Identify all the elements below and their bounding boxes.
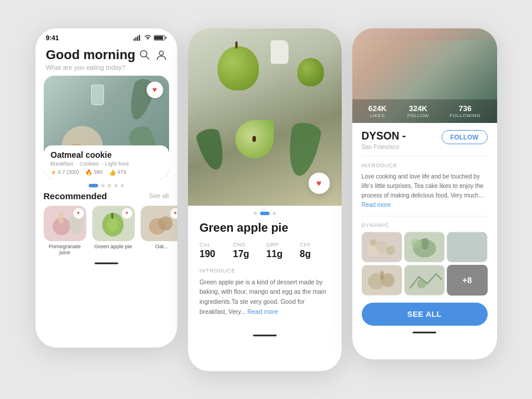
food-tags: Breakfast Cookies Light food xyxy=(51,161,162,167)
svg-rect-3 xyxy=(139,35,140,41)
apple-whole xyxy=(218,46,259,90)
star-icon: ★ xyxy=(51,169,56,176)
intro-label: INTRODUCE xyxy=(362,163,488,168)
dynamic-img-4[interactable] xyxy=(362,265,402,296)
cho-value: 17g xyxy=(233,249,263,259)
rec-heart-1[interactable]: ♥ xyxy=(73,208,84,219)
tag-breakfast: Breakfast xyxy=(51,161,73,167)
stat-follow: 324K FOLLOW xyxy=(407,104,429,118)
featured-card[interactable]: ♥ Oatmeal cookie Breakfast Cookies Light… xyxy=(44,76,169,179)
rec-heart-2[interactable]: ♥ xyxy=(122,208,132,219)
dot-5[interactable] xyxy=(121,184,124,187)
svg-rect-12 xyxy=(59,212,63,223)
profile-hero: 624K LIKES 324K FOLLOW 736 FOLLOWING xyxy=(352,28,497,123)
search-icon[interactable] xyxy=(140,50,150,60)
cal-value: 190 xyxy=(200,249,230,259)
greeting: Good morning xyxy=(46,47,136,63)
svg-point-29 xyxy=(411,239,421,248)
screen2-content: Green apple pie CAL 190 CHO 17g GRP 11g … xyxy=(188,221,342,326)
profile-read-more[interactable]: Read more xyxy=(362,202,391,208)
rec-item-2[interactable]: ♥ Green apple pie xyxy=(92,206,135,255)
apple-half xyxy=(235,120,274,158)
header: Good morning What are you eating today? xyxy=(35,44,177,76)
grp-value: 11g xyxy=(267,249,297,259)
rec-item-1[interactable]: ♥ Pomegranate juice xyxy=(44,206,86,255)
see-all-link[interactable]: See all xyxy=(149,192,169,199)
dot-4[interactable] xyxy=(114,184,118,187)
favorite-button[interactable]: ♥ xyxy=(147,82,163,98)
s2-dot-1[interactable] xyxy=(254,212,257,215)
screen-3: 624K LIKES 324K FOLLOW 736 FOLLOWING DYS… xyxy=(352,28,497,359)
svg-rect-6 xyxy=(166,37,167,38)
svg-rect-31 xyxy=(447,232,487,262)
profile-row: DYSON - San Francisco FOLLOW xyxy=(362,130,488,150)
leaf-big xyxy=(284,121,322,178)
scroll-indicator xyxy=(95,262,118,264)
rec-img-1: ♥ xyxy=(44,206,86,241)
rec-heart-3[interactable]: ♥ xyxy=(170,208,177,219)
profile-info: DYSON - San Francisco xyxy=(362,130,406,150)
nutrition-cho: CHO 17g xyxy=(233,242,263,259)
header-icons xyxy=(140,50,167,60)
stats-overlay: 624K LIKES 324K FOLLOW 736 FOLLOWING xyxy=(352,99,497,123)
profile-name: DYSON - xyxy=(362,130,406,142)
divider-1 xyxy=(362,156,488,157)
nutrition-cal: CAL 190 xyxy=(200,242,230,259)
rating-stat: ★ 4.7 (300) xyxy=(51,169,79,176)
introduce-text: Green apple pie is a kind of dessert mad… xyxy=(200,277,330,317)
dynamic-img-3[interactable] xyxy=(447,232,487,262)
rec-label-3: Oat... xyxy=(141,244,177,249)
dot-1[interactable] xyxy=(89,184,98,187)
s2-dot-2[interactable] xyxy=(260,212,270,215)
svg-point-26 xyxy=(369,239,377,246)
screen3-scroll xyxy=(413,332,436,333)
read-more-link[interactable]: Read more xyxy=(247,308,278,315)
dot-2[interactable] xyxy=(101,184,105,187)
dot-3[interactable] xyxy=(108,184,111,187)
see-all-button[interactable]: SEE ALL xyxy=(362,303,488,326)
divider-2 xyxy=(362,216,488,216)
screen2-scroll xyxy=(253,335,277,336)
card-info: Oatmeal cookie Breakfast Cookies Light f… xyxy=(44,145,169,179)
intro-text: Love cooking and love life and be touche… xyxy=(362,172,488,210)
dynamic-grid: +8 xyxy=(362,232,488,296)
rating-value: 4.7 (300) xyxy=(58,169,79,175)
svg-point-9 xyxy=(159,51,163,55)
subtitle: What are you eating today? xyxy=(46,64,136,71)
nutrition-cff: CFF 8g xyxy=(300,242,330,259)
svg-rect-1 xyxy=(135,37,137,41)
dynamic-img-5[interactable] xyxy=(404,265,445,296)
dynamic-img-2[interactable] xyxy=(404,232,445,262)
dynamic-label: DYNAMIC xyxy=(362,222,488,228)
svg-rect-0 xyxy=(134,38,135,41)
apple-pie-image: ♥ xyxy=(188,28,342,206)
follow-count: 324K xyxy=(407,104,429,113)
following-label: FOLLOWING xyxy=(450,113,481,118)
s2-dot-3[interactable] xyxy=(273,212,276,215)
food-stats: ★ 4.7 (300) 🔥 380 👍 479 xyxy=(51,169,162,176)
follow-label: FOLLOW xyxy=(407,113,429,118)
intro-section: INTRODUCE Love cooking and love life and… xyxy=(362,163,488,210)
following-count: 736 xyxy=(450,104,481,113)
user-icon[interactable] xyxy=(156,50,167,60)
wifi-icon xyxy=(144,35,151,41)
rec-img-2: ♥ xyxy=(92,206,135,241)
stat-likes: 624K LIKES xyxy=(368,104,387,118)
follow-button[interactable]: FOLLOW xyxy=(442,130,488,144)
dynamic-more[interactable]: +8 xyxy=(447,265,487,296)
recommended-grid: ♥ Pomegranate juice ♥ Green apple pie xyxy=(35,206,177,255)
dynamic-img-1[interactable] xyxy=(362,232,402,262)
likes-count: 624K xyxy=(368,104,387,113)
nutrition-grp: GRP 11g xyxy=(267,242,297,259)
introduce-label: INTRODUCE xyxy=(200,268,330,274)
rec-item-3[interactable]: ♥ Oat... xyxy=(141,206,177,255)
favorite-button-2[interactable]: ♥ xyxy=(309,173,330,194)
likes-value: 479 xyxy=(118,169,126,175)
fire-icon: 🔥 xyxy=(85,169,92,176)
status-bar: 9:41 xyxy=(35,28,177,44)
screen-2: ♥ Green apple pie CAL 190 CHO 17g GRP xyxy=(188,28,342,371)
svg-point-21 xyxy=(158,216,173,231)
rec-label-2: Green apple pie xyxy=(92,244,135,249)
tag-lightfood: Light food xyxy=(102,161,129,167)
leaf-decoration xyxy=(194,126,228,173)
